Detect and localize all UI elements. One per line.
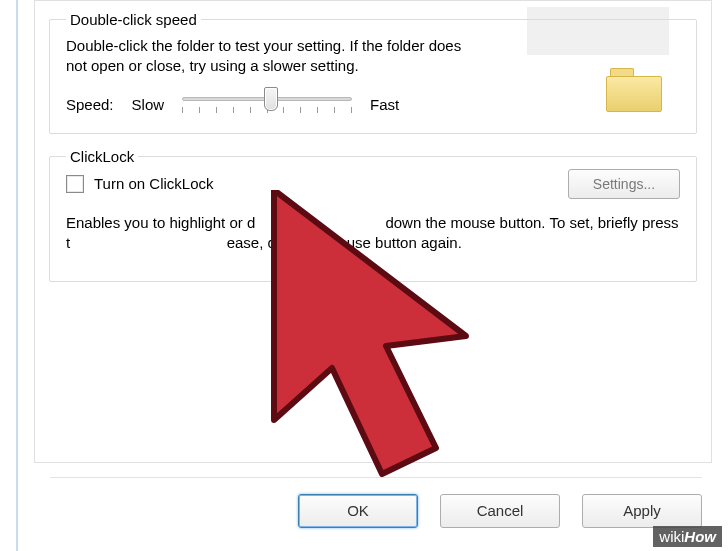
- watermark-a: wiki: [659, 528, 684, 545]
- dialog-button-row: OK Cancel Apply: [50, 477, 702, 529]
- ok-button[interactable]: OK: [298, 494, 418, 528]
- slider-thumb[interactable]: [264, 87, 278, 111]
- double-click-description: Double-click the folder to test your set…: [66, 36, 486, 77]
- clicklock-group: ClickLock Turn on ClickLock Settings... …: [49, 148, 697, 283]
- cancel-button[interactable]: Cancel: [440, 494, 560, 528]
- speed-fast-label: Fast: [370, 96, 399, 113]
- clicklock-settings-button[interactable]: Settings...: [568, 169, 680, 199]
- watermark-b: How: [684, 528, 716, 545]
- speed-row: Speed: Slow Fast: [66, 91, 680, 119]
- checkbox-icon[interactable]: [66, 175, 84, 193]
- property-sheet: Double-click speed Double-click the fold…: [34, 0, 712, 463]
- clicklock-desc-a: Enables you to highlight or d: [66, 214, 255, 231]
- clicklock-checkbox-label: Turn on ClickLock: [94, 175, 214, 192]
- clicklock-desc-c: ease, click the mouse button again.: [227, 234, 462, 251]
- folder-test-icon[interactable]: [606, 68, 662, 112]
- clicklock-checkbox[interactable]: Turn on ClickLock: [66, 175, 214, 193]
- clicklock-description: Enables you to highlight or drag without…: [66, 213, 680, 254]
- double-click-speed-group: Double-click speed Double-click the fold…: [49, 11, 697, 134]
- speed-label: Speed:: [66, 96, 114, 113]
- apply-button[interactable]: Apply: [582, 494, 702, 528]
- double-click-speed-slider[interactable]: [182, 91, 352, 119]
- speed-slow-label: Slow: [132, 96, 165, 113]
- clicklock-legend: ClickLock: [66, 148, 138, 165]
- dialog-frame: Double-click speed Double-click the fold…: [16, 0, 722, 551]
- double-click-speed-legend: Double-click speed: [66, 11, 201, 28]
- wikihow-watermark: wikiHow: [653, 526, 722, 547]
